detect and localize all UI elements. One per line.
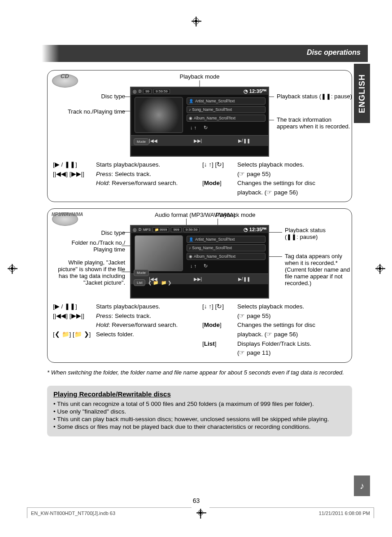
album-row: ◉ Album_Name_ScrollText xyxy=(187,253,266,260)
callout-track-info: The track information appears when it is… xyxy=(277,116,350,130)
list-item: This unit can play back multi-session di… xyxy=(53,416,346,423)
jacket-art xyxy=(135,235,183,271)
shuffle-icon[interactable]: ↓ ↑ xyxy=(190,263,196,269)
header-title: Disc operations xyxy=(307,48,361,56)
folder-prev-icon[interactable]: ❮ 📁 xyxy=(148,280,158,285)
list-item: This unit can recognize a total of 5 000… xyxy=(53,401,346,407)
play-pause-button[interactable]: ▶/❚❚ xyxy=(238,138,250,143)
disc-art xyxy=(135,97,183,133)
key-skip: [|◀◀] [▶▶|] xyxy=(53,170,92,179)
print-footer: EN_KW-NT800HDT_NT700[J].indb 63 11/21/20… xyxy=(27,507,374,518)
callout-disc-type2: Disc type xyxy=(101,229,125,236)
album-row: ◉ Album_Name_ScrollText xyxy=(187,114,266,122)
clock: ◔ 12:35ᴾᴹ xyxy=(244,227,266,233)
prev-button[interactable]: |◀◀ xyxy=(149,138,157,143)
page-number: 63 xyxy=(193,497,200,504)
infobox-title: Playing Recordable/Rewritable discs xyxy=(53,390,346,398)
clock: ◔ 12:35ᴾᴹ xyxy=(244,88,266,94)
callout-pb-status: Playback status (❚❚: pause) xyxy=(277,93,352,100)
callout-jacket: While playing, "Jacket picture" is shown… xyxy=(58,259,125,286)
mode-button[interactable]: Mode xyxy=(134,138,149,145)
disc-icon: ◎ xyxy=(133,227,137,232)
mp3-panel: MP3/WAV/WMA Audio format (MP3/WAV/WMA) P… xyxy=(47,208,352,362)
info-box: Playing Recordable/Rewritable discs This… xyxy=(47,386,352,436)
disc-icon: ◎ xyxy=(133,89,137,94)
key-play: [▶ / ❚❚] xyxy=(53,160,92,169)
key-pbmode: [↓ ↑] [↻] xyxy=(202,160,234,169)
mode-button[interactable]: Mode xyxy=(134,269,149,276)
key-mode: [[Mode]Mode] xyxy=(202,179,234,188)
music-tab-icon: ♪ xyxy=(354,475,370,496)
callout-folder-track: Folder no./Track no./ Playing time xyxy=(72,239,125,253)
folder-next-icon[interactable]: 📁 ❯ xyxy=(161,280,171,285)
mp3-screen: ◎ D MP3 📁 9999 999 9:59:59 ◔ 12:35ᴾᴹ 👤 A… xyxy=(130,225,269,299)
artist-row: 👤 Artist_Name_ScrollText xyxy=(187,97,266,105)
list-item: Use only "finalized" discs. xyxy=(53,408,346,415)
artist-row: 👤 Artist_Name_ScrollText xyxy=(187,236,266,243)
callout-track-playing: Track no./Playing time xyxy=(68,108,125,115)
cd-panel: CD Disc type Track no./Playing time Play… xyxy=(47,70,352,202)
callout-pb-mode2: Playback mode xyxy=(216,211,256,218)
language-tab: ENGLISH xyxy=(354,64,370,123)
list-item: Some discs or files may not be played ba… xyxy=(53,423,346,430)
repeat-icon[interactable]: ↻ xyxy=(204,125,208,131)
shuffle-icon[interactable]: ↓ ↑ xyxy=(190,125,196,131)
next-button[interactable]: ▶▶| xyxy=(194,138,202,143)
callout-pb-status2: Playback status (❚❚: pause) xyxy=(285,227,326,240)
song-row: ♪ Song_Name_ScrollText xyxy=(187,106,266,113)
callout-tag: Tag data appears only when it is recorde… xyxy=(285,253,350,286)
footnote: * When switching the folder, the folder … xyxy=(47,369,352,376)
callout-pb-mode: Playback mode xyxy=(180,73,220,80)
list-button[interactable]: List xyxy=(134,279,145,286)
cd-screen: ◎ D 99 9:59:59 ◔ 12:35ᴾᴹ 👤 Artist_Name_S… xyxy=(130,87,269,157)
page-header: Disc operations xyxy=(25,45,368,62)
repeat-icon[interactable]: ↻ xyxy=(204,263,208,269)
song-row: ♪ Song_Name_ScrollText xyxy=(187,244,266,251)
